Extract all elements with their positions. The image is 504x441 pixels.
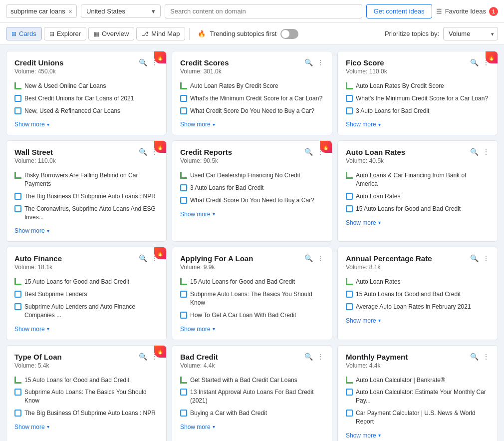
card-more-button[interactable]: ⋮ [317, 254, 324, 262]
card-search-button[interactable]: 🔍 [470, 353, 479, 361]
show-more-button[interactable]: Show more ▾ [180, 424, 324, 431]
show-more-button[interactable]: Show more ▾ [346, 317, 490, 324]
card-item: The Big Business Of Subprime Auto Loans … [14, 192, 158, 201]
card-search-button[interactable]: 🔍 [470, 254, 479, 262]
card-item-text: Best Credit Unions for Car Loans of 2021 [24, 94, 134, 103]
card-actions: 🔍 ⋮ [304, 254, 324, 262]
favorite-ideas-label[interactable]: Favorite Ideas [445, 7, 486, 15]
fire-icon: 🔥 [157, 144, 164, 150]
card-header: Monthly Payment Volume: 4.4k 🔍 ⋮ [346, 353, 490, 369]
card-more-button[interactable]: ⋮ [483, 254, 490, 262]
chevron-down-icon: ▾ [213, 424, 215, 430]
card-search-button[interactable]: 🔍 [139, 148, 147, 156]
card-title: Wall Street [14, 148, 56, 156]
card-title-area: Bad Credit Volume: 4.4k [180, 353, 218, 369]
card-item: What Credit Score Do You Need to Buy a C… [180, 196, 324, 205]
card-title-area: Annual Percentage Rate Volume: 8.1k [346, 254, 432, 271]
show-more-button[interactable]: Show more ▾ [180, 326, 324, 333]
green-check-icon [346, 377, 353, 384]
card-search-button[interactable]: 🔍 [139, 254, 147, 262]
card-item-text: How To Get A Car Loan With Bad Credit [190, 311, 296, 320]
tab-explorer[interactable]: ⊟ Explorer [44, 27, 86, 40]
priority-select[interactable]: Volume Trending Difficulty [443, 27, 498, 40]
priority-select-wrapper: Volume Trending Difficulty ▾ [443, 27, 498, 40]
card-header: Type Of Loan Volume: 5.4k 🔍 ⋮ [14, 353, 158, 369]
card-more-button[interactable]: ⋮ [483, 353, 490, 361]
card-item: New, Used & Refinanced Car Loans [14, 107, 158, 115]
card-volume: Volume: 301.0k [180, 68, 229, 75]
blue-bookmark-icon [14, 291, 21, 298]
search-domain-input[interactable] [165, 4, 362, 18]
green-check-icon [180, 278, 187, 285]
card-item: 3 Auto Loans for Bad Credit [346, 107, 490, 115]
card-actions: 🔍 ⋮ [304, 58, 324, 66]
show-more-button[interactable]: Show more ▾ [14, 424, 158, 431]
card-item-text: Get Started with a Bad Credit Car Loans [190, 376, 297, 385]
country-selector[interactable]: United States ▾ [81, 4, 161, 18]
flame-icon: 🔥 [198, 30, 206, 37]
card-item: Best Credit Unions for Car Loans of 2021 [14, 94, 158, 103]
card-item: Average Auto Loan Rates in February 2021 [346, 303, 490, 311]
card-item: 13 Instant Approval Auto Loans For Bad C… [180, 388, 324, 405]
tab-cards[interactable]: ⊞ Cards [6, 27, 42, 40]
card-search-button[interactable]: 🔍 [470, 148, 479, 156]
card-title-area: Wall Street Volume: 110.0k [14, 148, 56, 164]
cards-grid: 🔥 Credit Unions Volume: 450.0k 🔍 ⋮ New &… [0, 45, 504, 441]
card-search-button[interactable]: 🔍 [139, 353, 147, 361]
card-search-button[interactable]: 🔍 [304, 254, 313, 262]
card-header: Credit Reports Volume: 90.5k 🔍 ⋮ [180, 148, 324, 164]
card-monthly-payment: Monthly Payment Volume: 4.4k 🔍 ⋮ Auto Lo… [337, 345, 498, 441]
card-volume: Volume: 8.1k [346, 264, 432, 271]
show-more-button[interactable]: Show more ▾ [14, 227, 158, 234]
card-title: Credit Reports [180, 148, 232, 156]
show-more-button[interactable]: Show more ▾ [14, 121, 158, 128]
hot-badge: 🔥 [154, 346, 166, 358]
header-right: ☰ Favorite Ideas 1 [436, 7, 498, 16]
card-wall-street: 🔥 Wall Street Volume: 110.0k 🔍 ⋮ Risky B… [6, 140, 167, 242]
show-more-label: Show more [346, 121, 376, 128]
card-more-button[interactable]: ⋮ [483, 148, 490, 156]
blue-bookmark-icon [346, 95, 353, 102]
card-more-button[interactable]: ⋮ [317, 58, 324, 66]
card-auto-loan-rates: Auto Loan Rates Volume: 40.5k 🔍 ⋮ Auto L… [337, 140, 498, 242]
hot-badge: 🔥 [154, 141, 166, 153]
tab-mindmap[interactable]: ⎇ Mind Map [136, 27, 185, 40]
card-item: What's the Minimum Credit Score for a Ca… [346, 94, 490, 103]
close-search-button[interactable]: × [68, 8, 72, 15]
card-item: The Big Business Of Subprime Auto Loans … [14, 409, 158, 418]
show-more-button[interactable]: Show more ▾ [14, 326, 158, 333]
card-item-text: Auto Loan Calculator | Bankrate® [356, 376, 445, 385]
chevron-down-icon: ▾ [378, 220, 381, 225]
card-search-button[interactable]: 🔍 [304, 148, 313, 156]
card-item-text: Auto Loan Rates [356, 192, 400, 201]
show-more-button[interactable]: Show more ▾ [180, 121, 324, 128]
get-ideas-button[interactable]: Get content ideas [366, 4, 432, 18]
card-search-button[interactable]: 🔍 [304, 353, 313, 361]
card-bad-credit: Bad Credit Volume: 4.4k 🔍 ⋮ Get Started … [172, 345, 332, 441]
card-items: 15 Auto Loans for Good and Bad Credit Su… [180, 278, 324, 319]
show-more-button[interactable]: Show more ▾ [346, 219, 490, 226]
card-item-text: Average Auto Loan Rates in February 2021 [356, 303, 471, 311]
show-more-button[interactable]: Show more ▾ [346, 432, 490, 439]
card-search-button[interactable]: 🔍 [304, 58, 313, 66]
card-volume: Volume: 4.4k [346, 362, 408, 369]
toolbar-divider [189, 28, 190, 40]
card-items: Auto Loan Calculator | Bankrate® Auto Lo… [346, 376, 490, 426]
trending-toggle[interactable] [280, 29, 298, 39]
card-more-button[interactable]: ⋮ [317, 353, 324, 361]
show-more-button[interactable]: Show more ▾ [346, 121, 490, 128]
green-check-icon [346, 278, 353, 285]
green-check-icon [346, 172, 353, 179]
show-more-label: Show more [180, 424, 211, 431]
blue-bookmark-icon [14, 205, 21, 212]
card-search-button[interactable]: 🔍 [139, 58, 147, 66]
card-title: Type Of Loan [14, 353, 62, 361]
show-more-label: Show more [14, 121, 45, 128]
tab-overview[interactable]: ▦ Overview [88, 27, 134, 40]
chevron-down-icon: ▾ [378, 433, 381, 438]
show-more-label: Show more [14, 326, 45, 333]
card-title: Auto Loan Rates [346, 148, 405, 156]
show-more-button[interactable]: Show more ▾ [180, 211, 324, 218]
card-item-text: 15 Auto Loans for Good and Bad Credit [24, 376, 129, 385]
card-search-button[interactable]: 🔍 [470, 58, 479, 66]
